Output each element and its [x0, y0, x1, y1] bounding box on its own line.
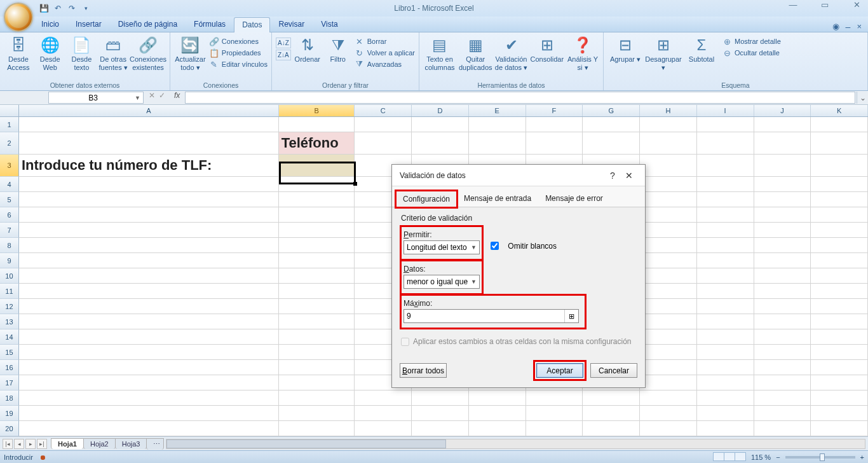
cell[interactable] [640, 132, 697, 155]
cell[interactable] [279, 238, 355, 253]
cell[interactable] [640, 207, 697, 223]
row-header[interactable]: 14 [0, 329, 19, 345]
cell[interactable] [279, 360, 355, 375]
cell[interactable] [754, 238, 811, 253]
cell[interactable] [811, 132, 868, 155]
col-header-J[interactable]: J [754, 105, 811, 116]
cell[interactable] [811, 421, 868, 436]
range-picker-icon[interactable]: ⊞ [564, 310, 578, 322]
view-buttons[interactable] [714, 452, 746, 462]
cell[interactable] [811, 360, 868, 375]
fx-icon[interactable]: fx [170, 91, 184, 104]
cell[interactable] [279, 329, 355, 345]
from-other-button[interactable]: 🗃De otras fuentes ▾ [98, 34, 128, 71]
row-header[interactable]: 2 [0, 132, 19, 155]
cell[interactable] [697, 390, 754, 406]
existing-connections-button[interactable]: 🔗Conexiones existentes [130, 34, 166, 71]
cell[interactable] [412, 406, 469, 421]
cell[interactable] [412, 421, 469, 436]
from-web-button[interactable]: 🌐Desde Web [36, 34, 65, 71]
cell[interactable] [754, 390, 811, 406]
cell[interactable] [19, 299, 279, 314]
cell[interactable] [640, 345, 697, 360]
cell[interactable] [19, 177, 279, 192]
row-header[interactable]: 17 [0, 375, 19, 390]
cell[interactable] [355, 406, 412, 421]
edit-links-button[interactable]: ✎Editar vínculos [209, 59, 268, 69]
cell[interactable] [697, 284, 754, 299]
cell[interactable] [811, 192, 868, 207]
cell[interactable] [279, 117, 355, 132]
cell[interactable]: Teléfono [279, 132, 355, 155]
cell[interactable] [279, 284, 355, 299]
cell[interactable] [640, 117, 697, 132]
cell[interactable] [583, 117, 640, 132]
col-header-B[interactable]: B [279, 105, 355, 116]
cell[interactable] [640, 155, 697, 177]
cell[interactable] [279, 314, 355, 329]
properties-button[interactable]: 📋Propiedades [209, 48, 268, 58]
enter-formula-icon[interactable]: ✓ [159, 91, 165, 104]
zoom-slider[interactable] [785, 456, 855, 459]
cell[interactable] [754, 177, 811, 192]
advanced-button[interactable]: ⧩Avanzadas [355, 59, 415, 69]
cell[interactable] [412, 132, 469, 155]
cell[interactable] [526, 390, 583, 406]
cell[interactable] [811, 345, 868, 360]
help-icon[interactable]: ◉ [832, 22, 839, 32]
dialog-tab-error[interactable]: Mensaje de error [538, 190, 610, 207]
row-header[interactable]: 16 [0, 360, 19, 375]
consolidate-button[interactable]: ⊞Consolidar [530, 34, 564, 64]
filter-button[interactable]: ⧩Filtro [324, 34, 352, 64]
cell[interactable]: Introduce tu número de TLF: [19, 155, 279, 177]
cell[interactable] [811, 329, 868, 345]
subtotal-button[interactable]: ΣSubtotal [684, 34, 719, 64]
row-header[interactable]: 19 [0, 406, 19, 421]
name-box-dropdown-icon[interactable]: ▼ [135, 95, 140, 101]
cell[interactable] [697, 345, 754, 360]
dialog-tab-entrada[interactable]: Mensaje de entrada [457, 190, 538, 207]
cell[interactable] [19, 390, 279, 406]
cell[interactable] [19, 345, 279, 360]
cell[interactable] [640, 360, 697, 375]
clear-filter-button[interactable]: ✕Borrar [355, 36, 415, 46]
cell[interactable] [469, 406, 526, 421]
dialog-help-icon[interactable]: ? [604, 170, 621, 181]
sort-desc-button[interactable]: Z↓A [276, 50, 291, 60]
cell[interactable] [355, 117, 412, 132]
sheet-tab-3[interactable]: Hoja3 [115, 438, 147, 449]
name-box[interactable]: ▼ [48, 92, 144, 104]
dialog-close-icon[interactable]: ✕ [621, 170, 637, 181]
cell[interactable] [811, 375, 868, 390]
cell[interactable] [19, 360, 279, 375]
col-header-I[interactable]: I [697, 105, 754, 116]
cell[interactable] [583, 421, 640, 436]
max-input[interactable] [404, 312, 564, 321]
cell[interactable] [526, 421, 583, 436]
minimize-button[interactable]: — [784, 0, 802, 10]
row-header[interactable]: 4 [0, 177, 19, 192]
cell[interactable] [412, 390, 469, 406]
cancel-button[interactable]: Cancelar [590, 363, 637, 378]
cell[interactable] [279, 390, 355, 406]
cell[interactable] [279, 375, 355, 390]
connections-button[interactable]: 🔗Conexiones [209, 36, 268, 46]
cell[interactable] [583, 406, 640, 421]
cell[interactable] [469, 132, 526, 155]
office-button[interactable] [4, 3, 33, 32]
cell[interactable] [640, 192, 697, 207]
cell[interactable] [811, 177, 868, 192]
cell[interactable] [640, 238, 697, 253]
cell[interactable] [754, 329, 811, 345]
hide-detail-button[interactable]: ⊖Ocultar detalle [722, 48, 781, 58]
cell[interactable] [19, 238, 279, 253]
cell[interactable] [811, 314, 868, 329]
sheet-tab-2[interactable]: Hoja2 [83, 438, 116, 449]
cell[interactable] [811, 223, 868, 238]
cell[interactable] [19, 117, 279, 132]
select-all-corner[interactable] [0, 105, 19, 116]
cell[interactable] [355, 421, 412, 436]
cell[interactable] [697, 421, 754, 436]
cell[interactable] [697, 192, 754, 207]
cell[interactable] [811, 253, 868, 268]
